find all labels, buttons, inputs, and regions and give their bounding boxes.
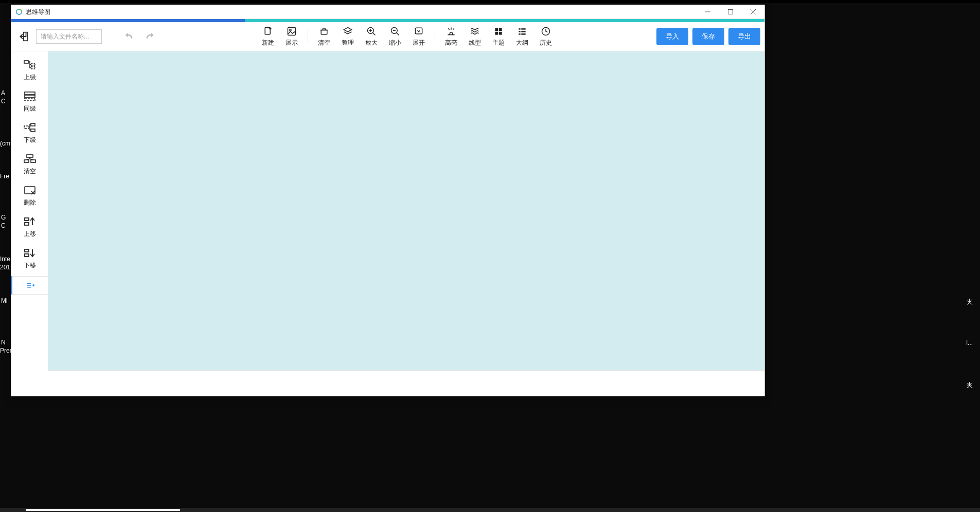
sidebar-item-delete[interactable]: 删除 [11,180,48,211]
sidebar-item-clear[interactable]: 清空 [11,149,48,180]
import-button[interactable]: 导入 [656,28,688,45]
svg-rect-39 [31,64,35,66]
zoom-in-icon [366,26,377,36]
maximize-button[interactable] [719,5,742,19]
svg-rect-36 [521,33,525,35]
sidebar-item-moveup[interactable]: 上移 [11,211,48,243]
clear-button[interactable]: 清空 [312,25,336,48]
tidy-label: 整理 [342,39,354,47]
new-button[interactable]: 新建 [256,25,280,48]
sidebar-item-label: 清空 [24,167,36,176]
titlebar[interactable]: 思维导图 [11,5,764,19]
svg-rect-34 [521,31,525,32]
zoom-in-label: 放大 [365,39,378,47]
tidy-icon [343,26,353,36]
outline-icon [517,26,527,36]
app-title: 思维导图 [26,8,50,16]
sidebar-item-label: 下移 [24,261,36,270]
redo-button[interactable] [142,29,157,44]
svg-rect-33 [519,31,520,32]
svg-rect-59 [25,249,29,252]
desktop-top-strip [0,0,980,3]
sidebar-item-parent[interactable]: 上级 [11,54,48,86]
linetype-icon [470,26,480,36]
new-label: 新建 [262,39,274,47]
svg-rect-2 [728,10,733,14]
svg-rect-48 [24,160,29,162]
taskbar-item[interactable] [26,509,180,511]
zoom-out-icon [390,26,400,36]
history-button[interactable]: 历史 [534,25,558,48]
svg-rect-40 [31,67,35,69]
zoom-in-button[interactable]: 放大 [360,25,383,48]
svg-rect-35 [519,33,520,35]
expand-button[interactable]: 展开 [407,25,431,48]
history-label: 历史 [540,39,552,47]
minimize-button[interactable] [697,5,719,19]
svg-marker-14 [344,27,352,31]
main-toolbar: 新建 展示 清空 [11,22,764,51]
sidebar-item-movedown[interactable]: 下移 [11,243,48,274]
svg-rect-49 [31,160,35,162]
svg-rect-30 [499,31,502,34]
outline-button[interactable]: 大纲 [510,25,534,48]
svg-rect-46 [31,129,35,132]
linetype-label: 线型 [469,39,481,47]
move-down-icon [24,248,36,258]
svg-rect-43 [25,98,35,101]
zoom-out-label: 缩小 [389,39,401,47]
svg-line-24 [448,28,450,30]
sidebar-item-child[interactable]: 下级 [11,117,48,149]
svg-rect-45 [31,123,35,126]
highlight-button[interactable]: 高亮 [439,25,463,48]
export-button[interactable]: 导出 [728,28,760,45]
sidebar: 上级 同级 下级 清空 [11,51,48,396]
mindmap-canvas[interactable] [48,51,764,370]
svg-marker-65 [32,284,34,287]
desktop-truncated-label: 夹 [967,381,973,390]
sidebar-item-label: 上移 [24,230,36,239]
svg-rect-32 [521,28,525,30]
sidebar-collapse-button[interactable] [11,276,48,295]
svg-point-11 [290,29,291,30]
svg-line-25 [453,28,454,30]
svg-rect-28 [499,28,502,31]
undo-button[interactable] [121,29,137,44]
sidebar-item-label: 下级 [24,136,36,144]
svg-rect-31 [519,28,520,30]
svg-line-52 [30,159,33,160]
highlight-label: 高亮 [445,39,457,47]
desktop-truncated-label: 201 [0,264,10,271]
taskbar[interactable] [0,508,980,512]
tidy-button[interactable]: 整理 [336,25,360,48]
desktop-truncated-label: 夹 [967,298,973,306]
desktop-truncated-label: (cm [0,140,10,147]
app-icon [15,8,23,15]
display-label: 展示 [286,39,298,47]
display-button[interactable]: 展示 [280,25,304,48]
svg-line-20 [397,32,399,35]
save-button[interactable]: 保存 [692,28,724,45]
sidebar-item-sibling[interactable]: 同级 [11,86,48,117]
filename-input[interactable] [36,29,102,44]
back-button[interactable] [15,29,31,44]
desktop-truncated-label: N [1,339,6,346]
new-icon [263,26,273,36]
theme-button[interactable]: 主题 [487,25,510,48]
svg-rect-27 [495,28,498,31]
desktop-truncated-label: Mi [1,297,8,304]
desktop-truncated-label: C [1,98,6,105]
child-node-icon [24,122,36,133]
close-button[interactable] [742,5,764,19]
linetype-button[interactable]: 线型 [463,25,487,48]
svg-line-16 [373,32,376,35]
clear-icon [319,26,329,36]
history-icon [541,26,551,36]
theme-icon [493,26,504,36]
desktop-truncated-label: Prer [0,347,12,354]
zoom-out-button[interactable]: 缩小 [383,25,407,48]
move-up-icon [24,216,36,227]
body-area: 上级 同级 下级 清空 [11,51,764,396]
parent-node-icon [24,60,36,70]
clear-node-icon [24,154,36,164]
